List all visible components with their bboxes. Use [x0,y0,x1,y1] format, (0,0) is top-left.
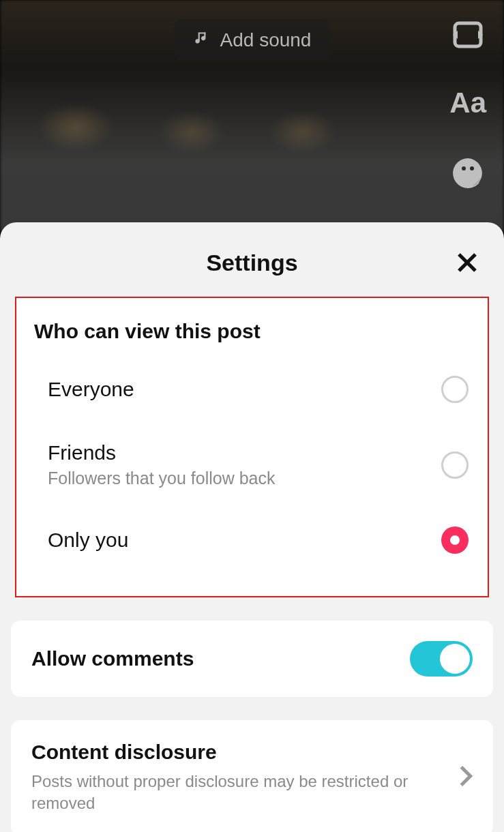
privacy-section-highlight: Who can view this post Everyone Friends … [15,297,489,597]
settings-sheet: Settings Who can view this post Everyone… [0,222,504,832]
text-icon[interactable]: Aa [449,89,486,117]
content-disclosure-sublabel: Posts without proper disclosure may be r… [31,771,413,815]
sheet-title: Settings [0,250,504,276]
svg-point-2 [470,166,474,170]
add-sound-button[interactable]: Add sound [174,19,331,61]
allow-comments-toggle[interactable] [410,641,473,677]
allow-comments-label: Allow comments [31,647,194,670]
radio-unchecked-icon [441,451,469,479]
privacy-option-only-you[interactable]: Only you [16,507,488,573]
svg-rect-0 [455,23,481,46]
privacy-option-label: Everyone [48,378,134,401]
privacy-option-sublabel: Followers that you follow back [48,469,275,488]
close-button[interactable] [454,250,481,277]
privacy-option-label: Friends [48,441,275,464]
privacy-option-friends[interactable]: Friends Followers that you follow back [16,422,488,507]
privacy-option-everyone[interactable]: Everyone [16,357,488,422]
close-icon [455,267,479,277]
allow-comments-card: Allow comments [11,621,493,697]
editor-side-tools: Aa [449,20,486,190]
radio-unchecked-icon [441,376,469,403]
svg-point-1 [462,166,466,170]
add-sound-label: Add sound [220,29,312,51]
sticker-icon[interactable] [451,157,484,190]
sheet-header: Settings [0,222,504,297]
frame-adjust-icon[interactable] [451,20,485,49]
privacy-option-label: Only you [48,529,128,552]
privacy-section-title: Who can view this post [16,310,488,357]
content-disclosure-card[interactable]: Content disclosure Posts without proper … [11,720,493,832]
chevron-right-icon [459,764,473,790]
radio-checked-icon [441,526,469,554]
content-disclosure-label: Content disclosure [31,741,413,764]
music-note-icon [193,29,211,51]
